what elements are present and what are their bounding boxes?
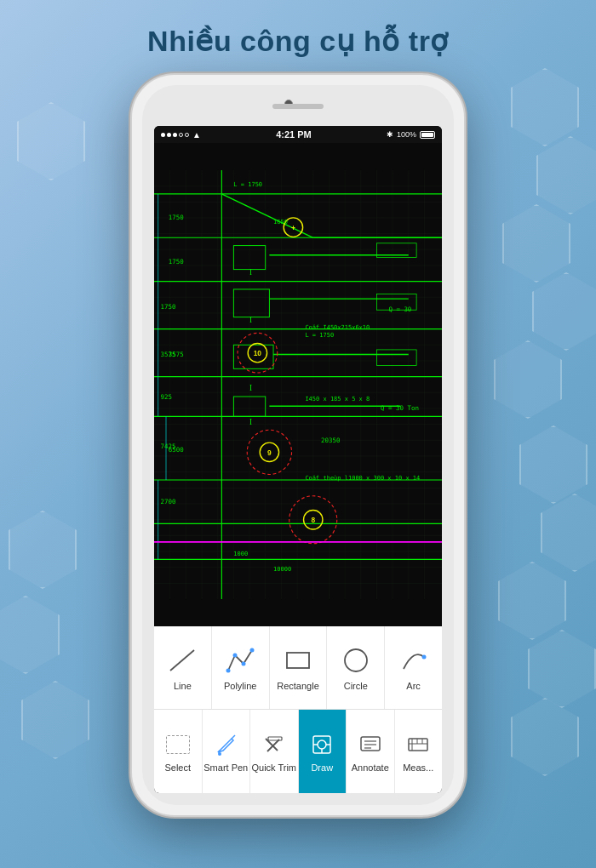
- svg-text:I: I: [249, 316, 252, 324]
- svg-text:Coắt I450x215x6x10: Coắt I450x215x6x10: [305, 324, 370, 331]
- svg-line-111: [170, 650, 194, 671]
- svg-text:6500: 6500: [169, 446, 184, 454]
- svg-rect-132: [409, 739, 427, 751]
- quick-trim-icon: [261, 731, 288, 758]
- svg-text:1750: 1750: [169, 214, 184, 221]
- svg-text:L = 1750: L = 1750: [233, 181, 262, 188]
- svg-text:8: 8: [311, 516, 315, 524]
- cad-svg: 1750 1750 1750 3575 3575 925 7425 6500 2…: [154, 143, 442, 626]
- signal-dot-4: [179, 133, 183, 137]
- svg-rect-0: [154, 170, 442, 599]
- svg-text:1000: 1000: [233, 551, 248, 557]
- polyline-icon: [225, 645, 255, 676]
- svg-text:I: I: [249, 268, 252, 277]
- svg-point-118: [421, 654, 426, 659]
- signal-dot-1: [161, 133, 165, 137]
- svg-text:20350: 20350: [321, 437, 340, 444]
- select-mode[interactable]: Select: [154, 710, 203, 793]
- toolbar-area: Line Polyline: [154, 626, 442, 793]
- svg-point-114: [242, 661, 246, 665]
- svg-point-117: [345, 649, 367, 671]
- svg-rect-121: [268, 737, 282, 740]
- polyline-tool[interactable]: Polyline: [212, 626, 270, 709]
- polyline-label: Polyline: [224, 681, 257, 691]
- signal-dots: [161, 133, 189, 137]
- svg-text:10000: 10000: [273, 566, 291, 573]
- status-right: ✱ 100%: [387, 130, 435, 139]
- arc-tool[interactable]: Arc: [385, 626, 442, 709]
- measure-label: Meas...: [403, 762, 433, 773]
- smart-pen-mode[interactable]: Smart Pen: [203, 710, 251, 793]
- circle-tool[interactable]: Circle: [327, 626, 385, 709]
- status-left: ▲: [161, 130, 201, 140]
- phone-inner: ▲ 4:21 PM ✱ 100%: [142, 85, 454, 805]
- status-time: 4:21 PM: [276, 129, 312, 140]
- battery-icon: [420, 131, 435, 139]
- svg-text:1650: 1650: [273, 219, 288, 226]
- select-label: Select: [164, 762, 191, 773]
- line-tool[interactable]: Line: [154, 626, 212, 709]
- phone-frame: ▲ 4:21 PM ✱ 100%: [132, 75, 464, 815]
- draw-label: Draw: [311, 762, 333, 773]
- svg-text:925: 925: [160, 393, 171, 401]
- cad-drawing-canvas[interactable]: 1750 1750 1750 3575 3575 925 7425 6500 2…: [154, 143, 442, 626]
- signal-dot-3: [173, 133, 177, 137]
- svg-point-123: [318, 740, 326, 749]
- rectangle-label: Rectangle: [277, 681, 319, 691]
- mode-tools-row: Select Smart Pen: [154, 710, 442, 793]
- svg-point-112: [226, 668, 231, 672]
- signal-dot-5: [185, 133, 189, 137]
- phone-speaker: [272, 104, 324, 109]
- drawing-tools-row: Line Polyline: [154, 626, 442, 710]
- smart-pen-label: Smart Pen: [203, 762, 248, 773]
- annotate-mode[interactable]: Annotate: [347, 710, 395, 793]
- svg-text:L = 1750: L = 1750: [305, 332, 334, 339]
- svg-line-119: [232, 735, 235, 739]
- svg-text:1750: 1750: [169, 258, 184, 266]
- svg-text:+: +: [291, 224, 295, 232]
- select-icon: [164, 731, 192, 758]
- status-bar: ▲ 4:21 PM ✱ 100%: [154, 126, 442, 143]
- circle-label: Circle: [344, 681, 368, 691]
- wifi-icon: ▲: [192, 130, 201, 140]
- battery-fill: [421, 133, 433, 137]
- svg-text:10: 10: [254, 349, 262, 357]
- annotate-label: Annotate: [352, 762, 389, 773]
- quick-trim-mode[interactable]: Quick Trim: [250, 710, 299, 793]
- line-icon: [167, 645, 198, 676]
- svg-text:I: I: [249, 418, 252, 426]
- phone-screen: ▲ 4:21 PM ✱ 100%: [154, 126, 442, 793]
- svg-text:2700: 2700: [160, 498, 175, 505]
- line-label: Line: [174, 681, 192, 691]
- rectangle-tool[interactable]: Rectangle: [270, 626, 328, 709]
- battery-percent: 100%: [397, 130, 416, 139]
- quick-trim-label: Quick Trim: [251, 762, 296, 773]
- svg-rect-116: [287, 653, 309, 668]
- signal-dot-2: [167, 133, 171, 137]
- rectangle-icon: [283, 645, 313, 676]
- svg-point-113: [233, 653, 238, 657]
- arc-label: Arc: [406, 681, 421, 691]
- svg-text:3575: 3575: [169, 351, 184, 358]
- svg-text:I: I: [249, 384, 252, 392]
- svg-text:9: 9: [267, 448, 272, 457]
- svg-point-120: [218, 752, 221, 756]
- measure-icon: [404, 731, 432, 758]
- circle-icon: [341, 645, 371, 676]
- annotate-icon: [357, 731, 384, 758]
- svg-text:Q = 30: Q = 30: [388, 306, 411, 313]
- smart-pen-icon: [212, 731, 239, 758]
- svg-text:Q = 30 Ton: Q = 30 Ton: [381, 404, 419, 412]
- draw-mode[interactable]: Draw: [299, 710, 347, 793]
- select-dashed-rect: [166, 735, 190, 754]
- measure-mode[interactable]: Meas...: [395, 710, 443, 793]
- svg-text:I450 x 185 x 5 x 8: I450 x 185 x 5 x 8: [305, 396, 370, 403]
- arc-icon: [398, 645, 429, 676]
- bluetooth-icon: ✱: [387, 130, 393, 139]
- svg-point-115: [250, 648, 255, 652]
- page-title: Nhiều công cụ hỗ trợ: [0, 24, 596, 58]
- draw-icon: [308, 731, 335, 758]
- svg-text:Coắt theùp l1000 x 300 x 10 x : Coắt theùp l1000 x 300 x 10 x 14: [305, 475, 420, 482]
- svg-text:1750: 1750: [160, 303, 175, 311]
